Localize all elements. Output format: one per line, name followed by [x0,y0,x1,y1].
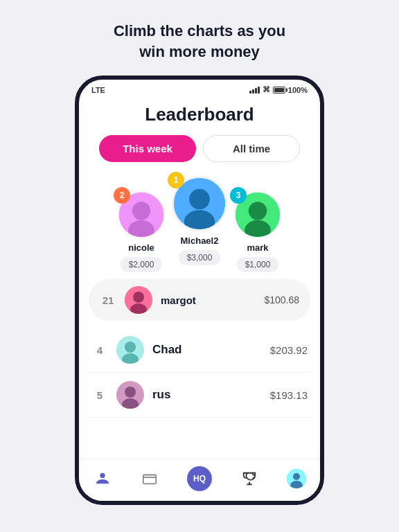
nav-trophy[interactable] [240,469,259,488]
avatar-wrapper-nicole: 2 [118,191,165,238]
nav-cards[interactable] [140,469,159,488]
podium-item-1st: 1 Michael2 $3,000 [172,176,227,265]
player-name-nicole: nicole [128,242,154,253]
list-rank-5: 5 [91,389,108,401]
svg-point-4 [189,189,210,210]
highlighted-rank: 21 [100,294,116,306]
tagline-line1: Climb the charts as you [114,22,285,39]
list-item: 5 rus $193.13 [89,373,310,418]
tagline: Climb the charts as you win more money [86,0,313,76]
list-amount-5: $193.13 [270,389,308,401]
svg-point-18 [100,473,105,478]
tab-bar: This week All time [79,135,320,176]
lte-label: LTE [91,86,105,94]
svg-point-16 [125,387,136,398]
leaderboard-title: Leaderboard [79,97,320,135]
nav-me[interactable] [287,469,306,488]
list-amount-4: $203.92 [270,344,308,356]
player-amount-nicole: $2,000 [121,257,163,272]
hq-icon: HQ [187,466,212,491]
nav-hq[interactable]: HQ [187,466,212,491]
phone-content: Leaderboard This week All time 2 [79,97,320,501]
status-bar: LTE ⌘ 100% [79,80,320,97]
highlighted-player-row: 21 margot $100.68 [89,279,310,321]
list-rank-4: 4 [91,344,108,356]
leaderboard-list: 4 Chad $203.92 5 [79,328,320,418]
svg-rect-19 [143,475,156,484]
list-name-4: Chad [152,343,262,357]
profile-icon [93,469,112,488]
podium-item-2nd: 2 nicole $2,000 [118,191,165,272]
highlighted-amount: $100.68 [264,294,299,305]
avatar-me [287,469,306,488]
avatar-rus [116,381,144,409]
tagline-line2: win more money [139,43,260,60]
avatar-margot [125,286,152,314]
avatar-wrapper-michael: 1 [172,176,227,231]
player-name-mark: mark [247,242,268,253]
tab-this-week[interactable]: This week [99,135,196,162]
player-name-michael: Michael2 [181,236,219,246]
svg-point-1 [132,202,150,220]
svg-point-22 [293,473,300,480]
nav-profile[interactable] [93,469,112,488]
battery-percent: 100% [288,86,308,94]
player-amount-michael: $3,000 [179,250,221,265]
status-icons: ⌘ 100% [249,85,308,94]
signal-icon [249,87,260,94]
wifi-icon: ⌘ [263,85,270,94]
phone-frame: LTE ⌘ 100% Leaderboard This week All tim… [75,76,324,505]
podium-item-3rd: 3 mark $1,000 [234,191,281,272]
svg-point-7 [249,202,267,220]
player-amount-mark: $1,000 [237,257,279,272]
tab-all-time[interactable]: All time [203,135,300,162]
trophy-icon [240,469,259,488]
avatar-chad [116,336,144,364]
list-item: 4 Chad $203.92 [89,328,310,373]
podium: 2 nicole $2,000 1 Michae [79,176,320,272]
highlighted-name: margot [161,294,256,306]
svg-point-13 [125,342,136,353]
avatar-wrapper-mark: 3 [234,191,281,238]
battery-icon [273,87,285,94]
bottom-nav: HQ [79,459,320,501]
svg-point-10 [133,292,144,303]
cards-icon [140,469,159,488]
list-name-5: rus [152,388,262,402]
